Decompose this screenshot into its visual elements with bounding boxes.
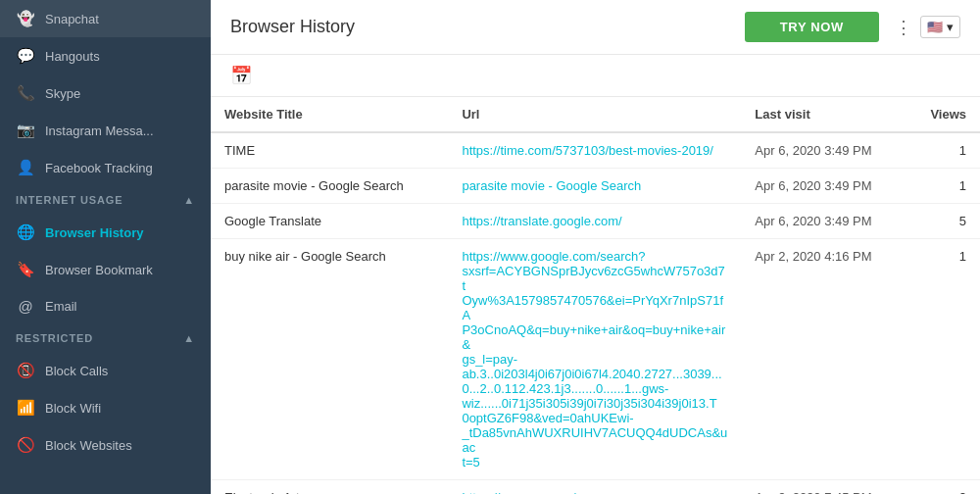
- flag-icon: 🇺🇸: [927, 20, 943, 34]
- sidebar: 👻 Snapchat 💬 Hangouts 📞 Skype 📷 Instagra…: [0, 0, 211, 494]
- block-wifi-icon: 📶: [16, 399, 35, 417]
- table-row: Electronic Artshttps://www.ea.com/Apr 2,…: [211, 480, 980, 495]
- topbar: Browser History TRY NOW ⋮ 🇺🇸 ▾: [211, 0, 980, 55]
- sidebar-item-block-wifi[interactable]: 📶 Block Wifi: [0, 389, 211, 426]
- cell-views: 5: [907, 204, 980, 239]
- dropdown-chevron-icon: ▾: [947, 20, 954, 34]
- col-url: Url: [448, 97, 741, 132]
- sidebar-item-label: Block Websites: [45, 438, 132, 453]
- url-link[interactable]: https://translate.google.com/: [462, 214, 621, 228]
- try-now-button[interactable]: TRY NOW: [745, 12, 879, 42]
- block-calls-icon: 📵: [16, 362, 35, 379]
- cell-url: https://translate.google.com/: [448, 204, 741, 239]
- cell-views: 1: [907, 132, 980, 169]
- cell-title: Electronic Arts: [211, 480, 448, 495]
- sidebar-item-hangouts[interactable]: 💬 Hangouts: [0, 37, 211, 74]
- table-row: TIMEhttps://time.com/5737103/best-movies…: [211, 132, 980, 169]
- sidebar-item-instagram[interactable]: 📷 Instagram Messa...: [0, 112, 211, 149]
- calendar-icon[interactable]: 📅: [230, 66, 252, 85]
- cell-date: Apr 6, 2020 3:49 PM: [741, 204, 906, 239]
- sidebar-item-browser-bookmark[interactable]: 🔖 Browser Bookmark: [0, 251, 211, 288]
- sidebar-item-block-calls[interactable]: 📵 Block Calls: [0, 352, 211, 389]
- sidebar-item-label: Email: [45, 299, 77, 314]
- table-header-row: Website Title Url Last visit Views: [211, 97, 980, 132]
- url-link[interactable]: https://www.google.com/search? sxsrf=ACY…: [462, 249, 727, 469]
- table-row: Google Translatehttps://translate.google…: [211, 204, 980, 239]
- facebook-icon: 👤: [16, 159, 35, 176]
- table-row: buy nike air - Google Searchhttps://www.…: [211, 239, 980, 480]
- cell-title: Google Translate: [211, 204, 448, 239]
- cell-url: https://www.ea.com/: [448, 480, 741, 495]
- table-row: parasite movie - Google Searchparasite m…: [211, 169, 980, 204]
- cell-date: Apr 2, 2020 4:16 PM: [741, 239, 906, 480]
- cell-views: 1: [907, 169, 980, 204]
- url-link[interactable]: https://www.ea.com/: [462, 490, 575, 494]
- url-link[interactable]: https://time.com/5737103/best-movies-201…: [462, 143, 713, 158]
- cell-title: buy nike air - Google Search: [211, 239, 448, 480]
- email-icon: @: [16, 298, 35, 315]
- hangouts-icon: 💬: [16, 47, 35, 65]
- topbar-actions: ⋮ 🇺🇸 ▾: [895, 16, 960, 38]
- sidebar-item-label: Block Wifi: [45, 401, 101, 416]
- sidebar-item-label: Hangouts: [45, 49, 100, 64]
- sidebar-item-label: Skype: [45, 86, 80, 101]
- toolbar-row: 📅: [211, 55, 980, 97]
- block-websites-icon: 🚫: [16, 436, 35, 454]
- cell-date: Apr 6, 2020 3:49 PM: [741, 132, 906, 169]
- sidebar-item-label: Browser Bookmark: [45, 263, 153, 277]
- col-last-visit: Last visit: [741, 97, 906, 132]
- chevron-up-icon: ▲: [183, 194, 195, 206]
- cell-date: Apr 2, 2020 7:45 PM: [741, 480, 906, 495]
- sidebar-item-skype[interactable]: 📞 Skype: [0, 74, 211, 112]
- sidebar-item-label: Block Calls: [45, 364, 108, 378]
- cell-date: Apr 6, 2020 3:49 PM: [741, 169, 906, 204]
- sidebar-item-snapchat[interactable]: 👻 Snapchat: [0, 0, 211, 37]
- browser-history-table: Website Title Url Last visit Views TIMEh…: [211, 97, 980, 494]
- snapchat-icon: 👻: [16, 10, 35, 27]
- cell-url: https://time.com/5737103/best-movies-201…: [448, 132, 741, 169]
- sidebar-item-browser-history[interactable]: 🌐 Browser History: [0, 214, 211, 251]
- cell-title: TIME: [211, 132, 448, 169]
- skype-icon: 📞: [16, 84, 35, 102]
- cell-views: 2: [907, 480, 980, 495]
- restricted-section[interactable]: RESTRICTED ▲: [0, 324, 211, 352]
- url-link[interactable]: parasite movie - Google Search: [462, 178, 641, 193]
- bookmark-icon: 🔖: [16, 261, 35, 278]
- cell-title: parasite movie - Google Search: [211, 169, 448, 204]
- sidebar-item-label: Snapchat: [45, 12, 99, 26]
- sidebar-item-block-websites[interactable]: 🚫 Block Websites: [0, 426, 211, 464]
- sidebar-item-facebook-tracking[interactable]: 👤 Facebook Tracking: [0, 149, 211, 186]
- sidebar-item-label: Facebook Tracking: [45, 161, 153, 175]
- page-title: Browser History: [230, 17, 729, 37]
- browser-history-icon: 🌐: [16, 223, 35, 241]
- instagram-icon: 📷: [16, 122, 35, 139]
- col-website-title: Website Title: [211, 97, 448, 132]
- sidebar-item-label: Browser History: [45, 225, 143, 240]
- sidebar-item-label: Instagram Messa...: [45, 124, 154, 138]
- main-content: Browser History TRY NOW ⋮ 🇺🇸 ▾ 📅 Website…: [211, 0, 980, 494]
- col-views: Views: [907, 97, 980, 132]
- cell-url: parasite movie - Google Search: [448, 169, 741, 204]
- cell-views: 1: [907, 239, 980, 480]
- more-options-icon[interactable]: ⋮: [895, 17, 912, 38]
- sidebar-item-email[interactable]: @ Email: [0, 288, 211, 324]
- chevron-down-icon: ▲: [183, 332, 195, 344]
- language-selector[interactable]: 🇺🇸 ▾: [920, 16, 960, 38]
- internet-usage-section[interactable]: INTERNET USAGE ▲: [0, 186, 211, 214]
- cell-url: https://www.google.com/search? sxsrf=ACY…: [448, 239, 741, 480]
